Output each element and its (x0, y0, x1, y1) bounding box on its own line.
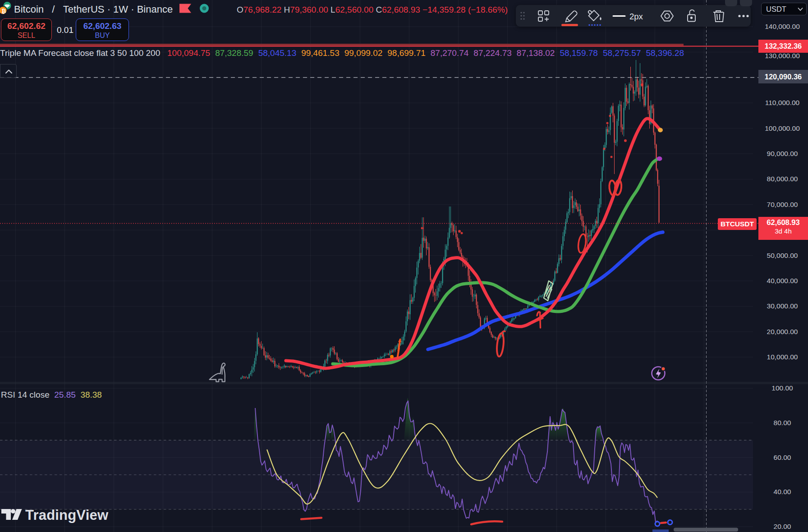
svg-text:₿: ₿ (1, 8, 6, 14)
svg-text:2px: 2px (629, 12, 643, 21)
